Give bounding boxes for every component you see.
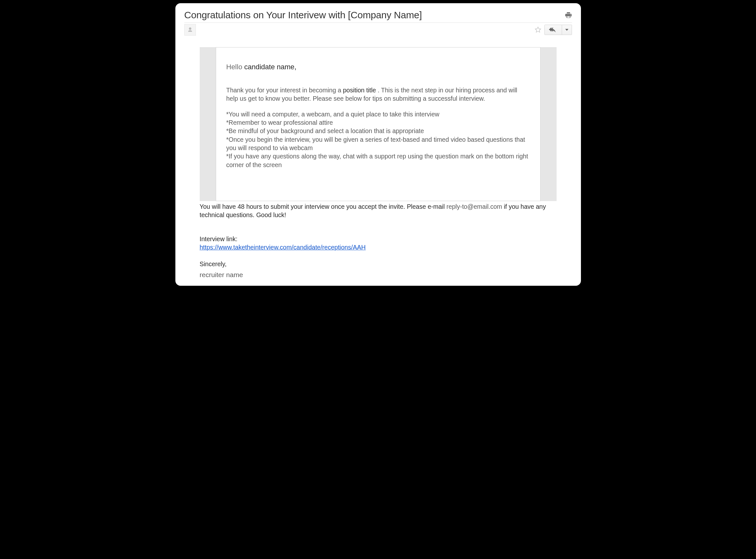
email-subject: Congratulations on Your Interivew with [… (184, 9, 422, 21)
star-icon (534, 26, 542, 33)
tip-3: *Be mindful of your background and selec… (226, 127, 424, 134)
toolbar-row (184, 24, 572, 36)
tip-4: *Once you begin the interview, you will … (226, 136, 527, 151)
interview-link[interactable]: https://www.taketheinterview.com/candida… (200, 244, 366, 251)
footer-before: You will have 48 hours to submit your in… (200, 203, 446, 210)
reply-all-button[interactable] (545, 25, 562, 35)
header-divider (184, 22, 572, 23)
greeting-line: Hello candidate name, (226, 63, 530, 71)
link-block: Interview link: https://www.taketheinter… (200, 235, 556, 252)
tip-2: *Remember to wear professional attire (226, 119, 333, 126)
recruiter-name: recruiter name (200, 270, 556, 280)
inner-card: Hello candidate name, Thank you for your… (216, 47, 541, 201)
more-actions-button[interactable] (562, 25, 572, 35)
email-window: Congratulations on Your Interivew with [… (175, 3, 581, 286)
signoff: Sincerely, (200, 260, 556, 268)
intro-paragraph: Thank you for your interest in becoming … (226, 86, 530, 103)
action-group (544, 25, 572, 35)
sender-avatar[interactable] (184, 24, 196, 36)
print-icon (565, 12, 572, 18)
greeting-candidate-name: candidate name, (244, 63, 297, 71)
right-actions (534, 25, 572, 35)
star-button[interactable] (534, 26, 542, 34)
header-row: Congratulations on Your Interivew with [… (184, 9, 572, 21)
framed-block: Hello candidate name, Thank you for your… (200, 47, 556, 201)
email-body: Hello candidate name, Thank you for your… (184, 47, 572, 280)
position-title: position title (343, 87, 376, 94)
reply-to-email: reply-to@email.com (446, 203, 502, 210)
greeting-hello: Hello (226, 63, 243, 71)
interview-link-label: Interview link: (200, 235, 556, 243)
intro-before: Thank you for your interest in becoming … (226, 87, 343, 94)
reply-all-icon (549, 27, 557, 32)
tip-1: *You will need a computer, a webcam, and… (226, 111, 439, 118)
print-button[interactable] (565, 12, 572, 19)
person-icon (187, 27, 193, 33)
tips-list: *You will need a computer, a webcam, and… (226, 110, 530, 169)
caret-down-icon (565, 29, 569, 31)
footer-paragraph: You will have 48 hours to submit your in… (200, 202, 556, 219)
tip-5: *If you have any questions along the way… (226, 153, 530, 168)
